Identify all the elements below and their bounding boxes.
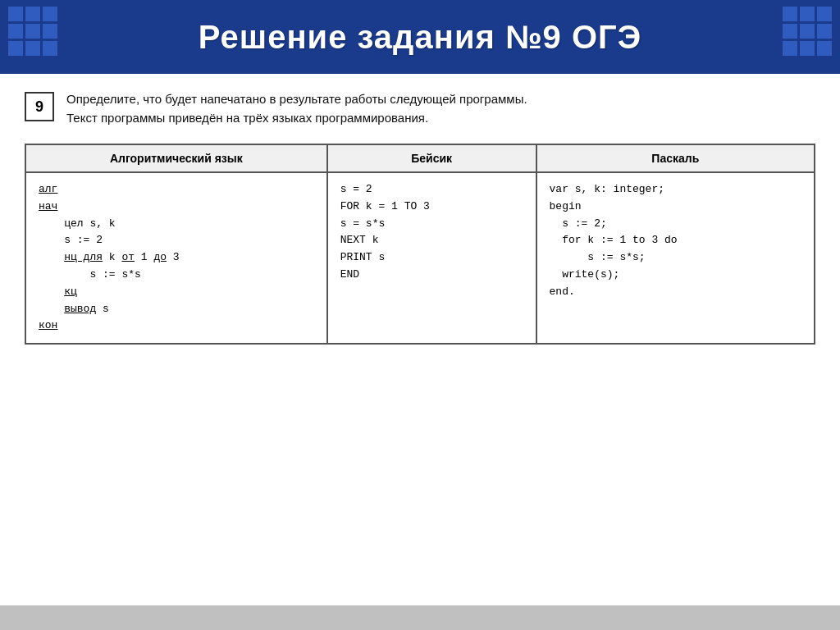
task-number-box: 9 bbox=[25, 92, 54, 121]
task-description-line2: Текст программы приведён на трёх языках … bbox=[66, 111, 428, 125]
code-algorithmic: алг нач цел s, k s := 2 нц для k от 1 до… bbox=[25, 172, 327, 344]
header-decoration-left bbox=[8, 7, 57, 56]
col-header-algorithmic: Алгоритмический язык bbox=[25, 144, 327, 172]
table-header-row: Алгоритмический язык Бейсик Паскаль bbox=[25, 144, 815, 172]
page-title: Решение задания №9 ОГЭ bbox=[199, 19, 641, 56]
col-header-pascal: Паскаль bbox=[536, 144, 815, 172]
content-area: 9 Определите, что будет напечатано в рез… bbox=[0, 74, 840, 630]
page-wrapper: Решение задания №9 ОГЭ 9 Определите, что… bbox=[0, 0, 840, 630]
col-header-basic: Бейсик bbox=[327, 144, 536, 172]
header: Решение задания №9 ОГЭ bbox=[0, 0, 840, 74]
task-description: Определите, что будет напечатано в резул… bbox=[66, 90, 527, 127]
bottom-strip bbox=[0, 605, 840, 630]
table-row: алг нач цел s, k s := 2 нц для k от 1 до… bbox=[25, 172, 815, 344]
code-table: Алгоритмический язык Бейсик Паскаль алг … bbox=[25, 144, 815, 345]
code-basic: s = 2 FOR k = 1 TO 3 s = s*s NEXT k PRIN… bbox=[327, 172, 536, 344]
task-description-line1: Определите, что будет напечатано в резул… bbox=[66, 92, 527, 106]
code-pascal: var s, k: integer; begin s := 2; for k :… bbox=[536, 172, 815, 344]
task-header: 9 Определите, что будет напечатано в рез… bbox=[25, 90, 815, 127]
header-decoration-right bbox=[783, 7, 832, 56]
task-number: 9 bbox=[35, 98, 43, 116]
